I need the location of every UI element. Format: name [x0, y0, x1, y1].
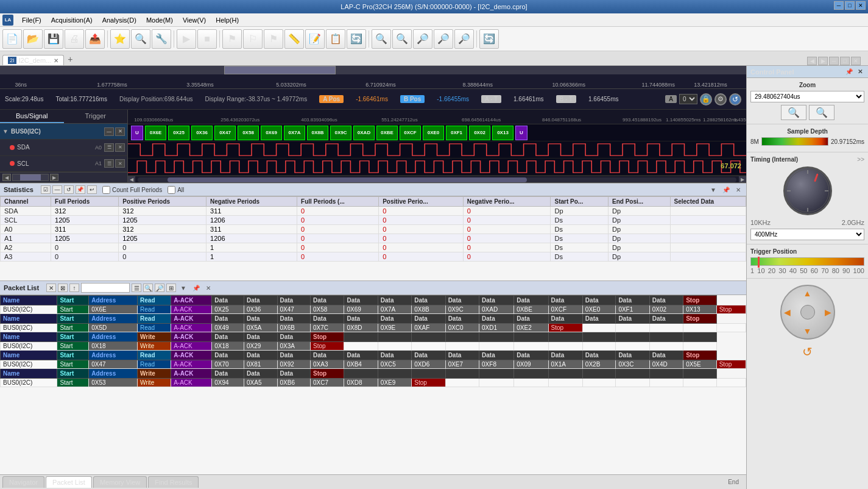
filter-button[interactable]: 🔄: [347, 29, 366, 49]
search-button[interactable]: 🔍: [131, 29, 150, 49]
maximize-button[interactable]: □: [845, 1, 855, 10]
waveform-area[interactable]: 109.033066048us 256.436203072us 403.8393…: [128, 110, 746, 182]
packet-row[interactable]: BUS0(I2C)Start0X6EReadA-ACK0X250X360X470…: [1, 305, 746, 314]
save-button[interactable]: 💾: [44, 29, 63, 49]
timing-knob[interactable]: [783, 166, 832, 215]
cursor3-button[interactable]: ⚑: [264, 29, 283, 49]
bottom-tab-find-results[interactable]: Find Results: [148, 476, 199, 488]
tab-i2c-demo[interactable]: 2I I2C_dem... ✕: [2, 55, 64, 65]
zoom-select[interactable]: 29.480627404us: [750, 91, 864, 102]
tab-minimize[interactable]: ─: [829, 57, 839, 65]
pkt-search-input[interactable]: [81, 283, 130, 293]
stats-check-btn[interactable]: ☑: [41, 185, 51, 194]
export-button[interactable]: 📤: [85, 29, 105, 49]
stop-button[interactable]: ■: [197, 29, 217, 49]
packet-row[interactable]: NameStartAddressReadA-ACKDataDataDataDat…: [1, 314, 746, 324]
pkt-del-btn[interactable]: ✕: [46, 284, 56, 292]
tab-close-icon[interactable]: ✕: [54, 57, 58, 64]
nav-down-btn[interactable]: ▼: [803, 326, 812, 336]
stats-close[interactable]: ✕: [734, 187, 743, 193]
bookmark-button[interactable]: ⭐: [110, 29, 130, 49]
nav-refresh-btn[interactable]: ↺: [802, 344, 813, 359]
pkt-filter-btn[interactable]: ⊞: [166, 284, 176, 292]
zoom-in-btn[interactable]: 🔍: [781, 105, 806, 120]
print-button[interactable]: 🖨: [65, 29, 84, 49]
scl-close[interactable]: ✕: [115, 159, 125, 168]
sig-tab-trigger[interactable]: Trigger: [64, 110, 128, 123]
stats-minus-btn[interactable]: —: [52, 185, 62, 194]
all-checkbox[interactable]: [168, 186, 175, 194]
sda-close[interactable]: ✕: [115, 143, 125, 152]
nav-up-btn[interactable]: ▲: [803, 288, 812, 298]
cursor-tool[interactable]: ⚙: [715, 93, 727, 105]
expand-icon[interactable]: ▼: [2, 128, 11, 135]
zoom-sel-button[interactable]: 🔎: [434, 29, 453, 49]
nav-center-btn[interactable]: [800, 305, 815, 319]
bottom-tab-memory-view[interactable]: Memory View: [93, 476, 147, 488]
timing-select[interactable]: 400MHz: [750, 229, 864, 240]
cursor1-button[interactable]: ⚑: [222, 29, 242, 49]
cursor-lock[interactable]: 🔒: [700, 93, 712, 105]
timeline-scroll[interactable]: [0, 66, 746, 74]
wf-scroll-left[interactable]: ◀: [128, 176, 135, 183]
stats-pin-btn[interactable]: 📌: [76, 185, 85, 194]
right-panel-pin[interactable]: 📌: [844, 68, 855, 76]
nav-right-btn[interactable]: ▶: [825, 307, 831, 317]
zoom-fit-button[interactable]: 🔎: [413, 29, 432, 49]
bus0-disable[interactable]: —: [104, 127, 114, 136]
signal-item-sda[interactable]: SDA A0 ☰ ✕: [0, 140, 127, 155]
signal-item-bus0[interactable]: ▼ BUS0(I2C) — ✕: [0, 124, 127, 140]
menu-acquisition[interactable]: Acquisition(A): [46, 15, 97, 25]
packet-row[interactable]: NameStartAddressWriteA-ACKDataDataDataSt…: [1, 332, 746, 342]
pkt-export-btn[interactable]: ↑: [69, 284, 79, 292]
tab-nav-right[interactable]: ▶: [818, 57, 828, 65]
cursor-select[interactable]: 0: [679, 94, 697, 104]
run-button[interactable]: ▶: [177, 29, 196, 49]
settings-button[interactable]: 🔧: [152, 29, 171, 49]
packet-pin[interactable]: 📌: [191, 285, 202, 291]
stats-refresh-btn[interactable]: ↺: [64, 185, 74, 194]
zoom-out-button[interactable]: 🔍: [392, 29, 412, 49]
minimize-button[interactable]: ─: [834, 1, 844, 10]
signal-item-scl[interactable]: SCL A1 ☰ ✕: [0, 156, 127, 172]
menu-help[interactable]: Help(H): [211, 15, 244, 25]
reload-button[interactable]: 🔄: [479, 29, 499, 49]
measure-button[interactable]: 📏: [284, 29, 304, 49]
packet-collapse[interactable]: ▼: [178, 285, 188, 291]
pkt-menu-btn[interactable]: ☰: [132, 284, 141, 292]
copy-button[interactable]: 📋: [326, 29, 345, 49]
wf-scroll-track[interactable]: [138, 177, 736, 182]
new-button[interactable]: 📄: [2, 29, 22, 49]
pan-button[interactable]: 🔎: [454, 29, 474, 49]
close-button[interactable]: ✕: [856, 1, 866, 10]
packet-row[interactable]: BUS0(I2C)Start0X47ReadA-ACK0X700X810X920…: [1, 360, 746, 369]
pkt-find-btn[interactable]: 🔍: [143, 284, 153, 292]
open-button[interactable]: 📂: [23, 29, 43, 49]
bus0-close[interactable]: ✕: [115, 127, 125, 136]
right-panel-close[interactable]: ✕: [856, 68, 864, 76]
packet-row[interactable]: NameStartAddressReadA-ACKDataDataDataDat…: [1, 351, 746, 360]
cursor-refresh[interactable]: ↺: [729, 93, 741, 105]
menu-file[interactable]: File(F): [17, 15, 46, 25]
timing-expand[interactable]: >>: [857, 156, 864, 163]
zoom-out-btn[interactable]: 🔍: [809, 105, 834, 120]
packet-row[interactable]: BUS0(I2C)Start0X5DReadA-ACK0X490X5A0X6B0…: [1, 324, 746, 332]
stats-reset-btn[interactable]: ↩: [87, 185, 97, 194]
packet-row[interactable]: BUS0(I2C)Start0X18WriteA-ACK0X180X290X3A…: [1, 342, 746, 351]
stats-collapse[interactable]: ▼: [708, 187, 718, 193]
wf-scrollbar[interactable]: ◀ ▶: [128, 176, 746, 182]
sig-scroll-up[interactable]: ◀: [2, 174, 11, 181]
sda-action[interactable]: ☰: [104, 143, 114, 152]
sig-scroll-down[interactable]: ▶: [50, 174, 58, 181]
packet-row[interactable]: NameStartAddressReadA-ACKDataDataDataDat…: [1, 296, 746, 305]
tab-close[interactable]: ✕: [851, 57, 861, 65]
cursor2-button[interactable]: ⚐: [243, 29, 263, 49]
note-button[interactable]: 📝: [305, 29, 325, 49]
bottom-tab-packet-list[interactable]: Packet List: [46, 476, 92, 488]
packet-row[interactable]: BUS0(I2C)Start0X53WriteA-ACK0X940XA50XB6…: [1, 379, 746, 387]
bottom-tab-navigator[interactable]: Navigator: [2, 476, 44, 488]
menu-view[interactable]: View(V): [178, 15, 211, 25]
pkt-find2-btn[interactable]: 🔎: [155, 284, 164, 292]
sig-tab-bus[interactable]: Bus/Signal: [0, 110, 64, 123]
pkt-delall-btn[interactable]: ⊠: [58, 284, 68, 292]
